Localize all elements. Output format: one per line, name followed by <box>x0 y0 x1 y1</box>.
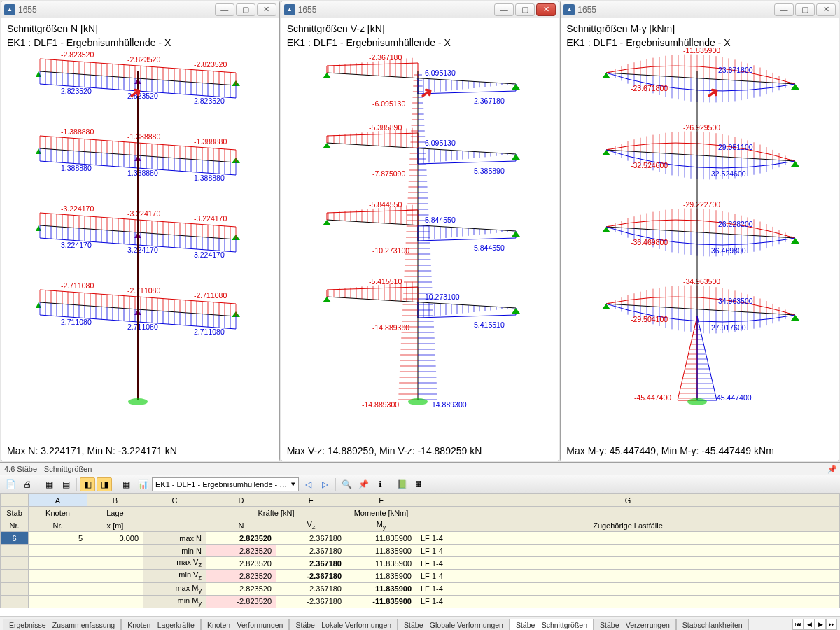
svg-marker-469 <box>512 231 520 237</box>
window-titlebar[interactable]: ▲ 1655 — ▢ ✕ <box>281 1 559 18</box>
child-window: ▲ 1655 — ▢ ✕ Schnittgrößen N [kN]EK1 : D… <box>1 1 280 461</box>
svg-text:34.963500: 34.963500 <box>718 297 753 305</box>
tool-pin[interactable]: 📌 <box>356 477 371 491</box>
child-window: ▲ 1655 — ▢ ✕ Schnittgrößen M-y [kNm]EK1 … <box>560 1 839 461</box>
tool-table[interactable]: ▦ <box>118 477 134 491</box>
svg-text:-34.963500: -34.963500 <box>683 277 720 286</box>
diagram-canvas[interactable]: Schnittgrößen V-z [kN]EK1 : DLF1 - Ergeb… <box>281 18 559 461</box>
svg-text:-3.224170: -3.224170 <box>61 204 94 213</box>
svg-text:2.711080: 2.711080 <box>127 323 158 331</box>
table-row[interactable]: max Vz 2.823520 2.367180 11.835900 LF 1-… <box>1 557 840 570</box>
minimize-button[interactable]: — <box>215 4 234 16</box>
tab-4[interactable]: Stäbe - Globale Verformungen <box>398 619 510 630</box>
close-button[interactable]: ✕ <box>257 4 276 16</box>
svg-text:45.447400: 45.447400 <box>717 393 752 402</box>
svg-text:-6.095130: -6.095130 <box>372 99 405 108</box>
svg-text:-7.875090: -7.875090 <box>372 169 405 178</box>
svg-text:1.388880: 1.388880 <box>61 164 92 172</box>
svg-text:23.671800: 23.671800 <box>718 66 753 74</box>
table-row[interactable]: 6 5 0.000 max N 2.823520 2.367180 11.835… <box>1 532 840 545</box>
table-row[interactable]: min N -2.823520 -2.367180 -11.835900 LF … <box>1 545 840 557</box>
load-case-combo[interactable]: EK1 - DLF1 - Ergebnisumhüllende - …▾ <box>152 477 299 491</box>
svg-line-470 <box>327 297 516 308</box>
svg-text:6.095130: 6.095130 <box>425 139 456 147</box>
diagram-canvas[interactable]: Schnittgrößen N [kN]EK1 : DLF1 - Ergebni… <box>1 18 279 461</box>
maximize-button[interactable]: ▢ <box>795 4 815 16</box>
svg-text:5.385890: 5.385890 <box>474 167 505 175</box>
results-grid[interactable]: A B C D E F G Stab Knoten Lage Kräfte [k… <box>0 493 840 616</box>
svg-text:-2.823520: -2.823520 <box>127 55 160 64</box>
maximize-button[interactable]: ▢ <box>515 4 535 16</box>
tool-view2[interactable]: ▤ <box>58 477 74 491</box>
svg-text:2.711080: 2.711080 <box>194 328 225 336</box>
svg-text:2.823520: 2.823520 <box>194 97 225 105</box>
svg-text:27.017600: 27.017600 <box>711 323 746 332</box>
svg-text:x: x <box>620 460 624 461</box>
maximize-button[interactable]: ▢ <box>236 4 255 16</box>
tool-chart[interactable]: 📊 <box>135 477 150 491</box>
table-row[interactable]: max My 2.823520 2.367180 11.835900 LF 1-… <box>1 582 840 595</box>
svg-marker-509 <box>323 297 331 302</box>
svg-text:-1.388880: -1.388880 <box>127 132 160 141</box>
tab-3[interactable]: Stäbe - Lokale Verformungen <box>289 619 398 630</box>
svg-text:-29.222700: -29.222700 <box>683 200 720 209</box>
svg-line-775 <box>606 227 795 238</box>
svg-text:5.415510: 5.415510 <box>474 321 505 329</box>
svg-text:-26.929500: -26.929500 <box>683 123 720 132</box>
svg-line-388 <box>327 143 516 154</box>
app-icon: ▲ <box>284 4 295 15</box>
close-button[interactable]: ✕ <box>816 4 836 16</box>
tab-nav-btn[interactable]: ◀ <box>804 619 815 630</box>
tab-nav-btn[interactable]: ▶ <box>815 619 826 630</box>
pin-icon[interactable]: 📌 <box>827 465 837 474</box>
tool-excel[interactable]: 📗 <box>394 477 410 491</box>
diagram-canvas[interactable]: Schnittgrößen M-y [kNm]EK1 : DLF1 - Erge… <box>561 18 839 461</box>
svg-text:-45.447400: -45.447400 <box>634 393 671 402</box>
window-title: 1655 <box>18 5 212 15</box>
svg-text:-1.388880: -1.388880 <box>194 137 227 146</box>
svg-text:-2.711080: -2.711080 <box>194 291 227 300</box>
svg-text:-2.367180: -2.367180 <box>369 53 402 62</box>
svg-marker-1 <box>36 71 41 77</box>
svg-point-632 <box>408 398 428 405</box>
nav-next[interactable]: ▷ <box>317 477 332 491</box>
svg-text:-36.469800: -36.469800 <box>631 238 668 246</box>
tool-filter2[interactable]: ◨ <box>97 477 112 491</box>
tab-5[interactable]: Stäbe - Schnittgrößen <box>510 619 594 630</box>
app-icon: ▲ <box>4 4 15 15</box>
tab-0[interactable]: Ergebnisse - Zusammenfassung <box>3 619 121 630</box>
svg-text:36.469800: 36.469800 <box>711 246 746 255</box>
window-titlebar[interactable]: ▲ 1655 — ▢ ✕ <box>561 1 839 18</box>
tool-view1[interactable]: ▦ <box>41 477 57 491</box>
minimize-button[interactable]: — <box>774 4 794 16</box>
close-button[interactable]: ✕ <box>536 4 556 16</box>
window-titlebar[interactable]: ▲ 1655 — ▢ ✕ <box>1 1 279 18</box>
svg-text:2.823520: 2.823520 <box>61 87 92 95</box>
svg-text:-3.224170: -3.224170 <box>194 214 227 223</box>
tab-6[interactable]: Stäbe - Verzerrungen <box>594 619 676 630</box>
tool-filter1[interactable]: ◧ <box>80 477 95 491</box>
tab-7[interactable]: Stabschlankheiten <box>676 619 749 630</box>
tab-2[interactable]: Knoten - Verformungen <box>201 619 290 630</box>
svg-text:-11.835900: -11.835900 <box>683 46 720 55</box>
svg-text:5.844550: 5.844550 <box>425 216 456 224</box>
tool-print[interactable]: 🖨 <box>20 477 35 491</box>
svg-line-347 <box>327 73 516 84</box>
tool-refresh[interactable]: 📄 <box>3 477 18 491</box>
tool-search[interactable]: 🔍 <box>339 477 354 491</box>
nav-prev[interactable]: ◁ <box>300 477 316 491</box>
tool-info[interactable]: ℹ <box>372 477 388 491</box>
svg-text:3.224170: 3.224170 <box>61 241 92 249</box>
svg-marker-85 <box>36 148 41 154</box>
svg-marker-253 <box>36 302 41 308</box>
svg-marker-510 <box>512 308 520 314</box>
minimize-button[interactable]: — <box>494 4 514 16</box>
svg-text:-14.889300: -14.889300 <box>372 323 410 332</box>
svg-marker-428 <box>512 154 520 160</box>
table-row[interactable]: min Vz -2.823520 -2.367180 -11.835900 LF… <box>1 570 840 582</box>
tab-nav-btn[interactable]: ⏭ <box>826 619 837 630</box>
tab-1[interactable]: Knoten - Lagerkräfte <box>121 619 201 630</box>
table-row[interactable]: min My -2.823520 -2.367180 -11.835900 LF… <box>1 595 840 608</box>
tool-calc[interactable]: 🖩 <box>411 477 426 491</box>
tab-nav-btn[interactable]: ⏮ <box>792 619 804 630</box>
